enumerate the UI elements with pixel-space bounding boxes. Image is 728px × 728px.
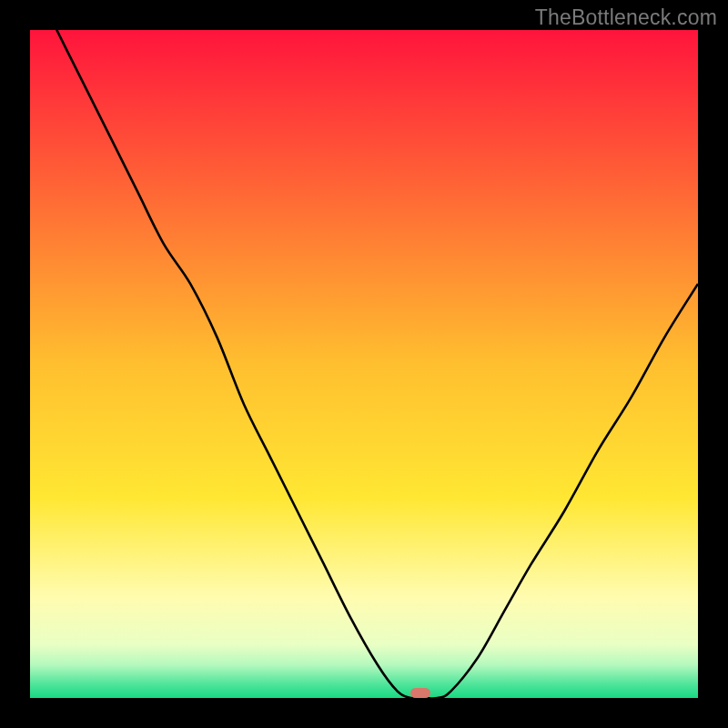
bottleneck-curve (30, 30, 698, 698)
curve-path (30, 30, 698, 698)
plot-area (30, 30, 698, 698)
chart-frame: TheBottleneck.com (0, 0, 728, 728)
watermark-text: TheBottleneck.com (535, 5, 717, 30)
optimum-marker (410, 688, 430, 698)
